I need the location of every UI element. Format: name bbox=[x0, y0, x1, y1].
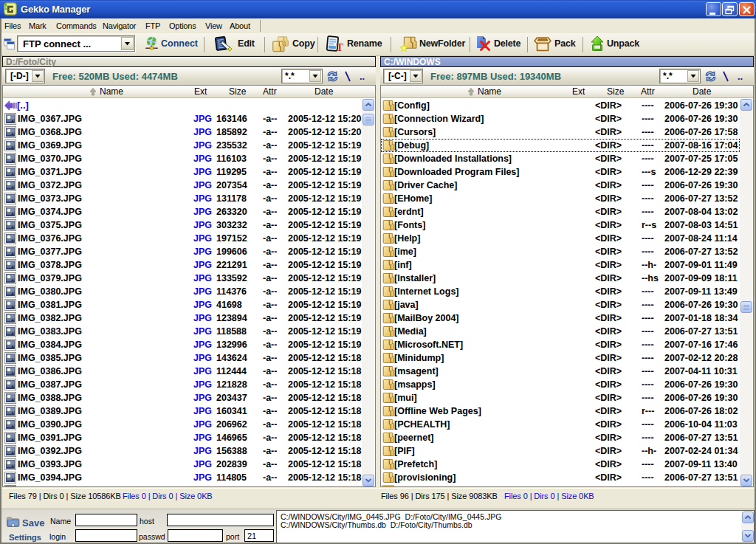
svg-text:T: T bbox=[337, 42, 344, 53]
